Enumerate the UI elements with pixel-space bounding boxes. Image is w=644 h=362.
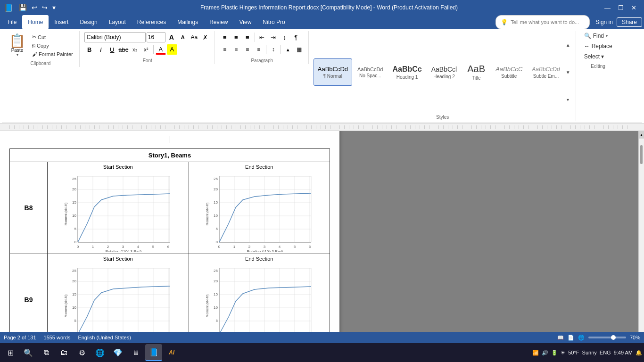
paste-icon: 📋 [9,34,25,48]
style-subtle-em[interactable]: AaBbCcDd Subtle Em... [528,58,564,86]
table-header-row: Story1, Beams [10,149,330,162]
change-case-button[interactable]: Aa [189,32,199,42]
highlight-button[interactable]: A [167,44,177,55]
increase-font-button[interactable]: A [166,32,177,42]
line-spacing-button[interactable]: ↕ [268,44,279,55]
title-bar: 📘 💾 ↩ ↪ ▾ Frames Plastic Hinges Informat… [0,0,644,15]
ruler [0,123,644,131]
superscript-button[interactable]: x² [141,44,151,55]
tell-me-input[interactable] [511,19,585,25]
sort-button[interactable]: ↕ [280,32,290,42]
menu-insert[interactable]: Insert [49,15,74,29]
styles-scroll-up[interactable]: ▲ [564,31,572,58]
style-subtitle[interactable]: AaBbCcC Subtitle [491,58,527,86]
find-button[interactable]: 🔍 Find ▾ [581,31,611,41]
svg-text:20: 20 [214,187,218,191]
font-size-input[interactable] [147,32,165,42]
read-mode-icon[interactable]: 📖 [557,335,564,341]
menu-review[interactable]: Review [204,15,233,29]
underline-button[interactable]: U [107,44,117,55]
replace-button[interactable]: ↔ Replace [581,41,616,51]
increase-indent-button[interactable]: ⇥ [268,32,279,42]
customize-qat-button[interactable]: ▾ [50,3,58,12]
select-button[interactable]: Select ▾ [581,52,608,61]
format-painter-button[interactable]: 🖌 Format Painter [30,50,75,58]
document-canvas[interactable]: Story1, Beams B8 Start Section [0,131,638,362]
search-button[interactable]: 🔍 [20,344,37,361]
gem-icon: 💎 [113,348,123,357]
italic-button[interactable]: I [96,44,106,55]
copy-button[interactable]: ⎘ Copy [30,42,75,49]
svg-text:Moment (kN-M): Moment (kN-M) [64,295,68,318]
font-color-button[interactable]: A [156,44,166,55]
ai-icon: Ai [169,349,174,356]
tell-me-bar[interactable]: 💡 [495,15,590,29]
menu-nitro-pro[interactable]: Nitro Pro [257,15,290,29]
svg-text:Moment (kN-M): Moment (kN-M) [64,203,68,226]
zoom-slider[interactable] [588,337,626,338]
menu-file[interactable]: File [2,15,22,29]
close-button[interactable]: ✕ [627,3,640,12]
decrease-font-button[interactable]: A [178,32,188,42]
sign-in-button[interactable]: Sign in [595,19,613,25]
justify-button[interactable]: ≡ [254,44,264,55]
word-button[interactable]: 📘 [145,344,162,361]
scroll-up-button[interactable]: ▲ [639,131,644,139]
file-explorer-button[interactable]: 🗂 [56,344,73,361]
numbering-button[interactable]: ≡ [231,32,241,42]
strikethrough-button[interactable]: abc [118,44,129,55]
task-view-button[interactable]: ⧉ [38,344,55,361]
style-heading1[interactable]: AaBbCc Heading 1 [388,58,426,86]
restore-button[interactable]: ❐ [614,3,627,12]
menu-layout[interactable]: Layout [103,15,132,29]
bold-button[interactable]: B [84,44,95,55]
style-title[interactable]: AaB Title [462,58,490,86]
zoom-thumb[interactable] [611,335,616,340]
share-button[interactable]: Share [617,17,642,27]
styles-scroll-down[interactable]: ▼ [564,58,572,86]
shading-button[interactable]: ▲ [283,44,293,55]
borders-button[interactable]: ▦ [294,44,305,55]
menu-mailings[interactable]: Mailings [172,15,204,29]
print-layout-icon[interactable]: 📄 [568,335,574,341]
style-normal[interactable]: AaBbCcDd ¶ Normal [314,58,352,86]
paste-button[interactable]: 📋 Paste ▾ [6,32,29,59]
align-right-button[interactable]: ≡ [242,44,253,55]
show-paragraph-button[interactable]: ¶ [291,32,301,42]
svg-rect-56 [78,268,170,334]
ai-button[interactable]: Ai [163,344,180,361]
web-view-icon[interactable]: 🌐 [578,335,585,341]
bullet-list-button[interactable]: ≡ [220,32,230,42]
svg-rect-0 [78,176,170,242]
menu-design[interactable]: Design [74,15,103,29]
align-left-button[interactable]: ≡ [220,44,230,55]
styles-more[interactable]: ▾ [564,86,572,113]
menu-references[interactable]: References [132,15,172,29]
start-button[interactable]: ⊞ [2,344,19,361]
settings-icon: ⚙ [79,348,85,357]
clear-format-button[interactable]: ✗ [200,32,211,42]
decrease-indent-button[interactable]: ⇤ [257,32,267,42]
settings-button[interactable]: ⚙ [74,344,91,361]
minimize-button[interactable]: — [601,3,614,12]
undo-button[interactable]: ↩ [30,3,39,12]
vertical-scrollbar[interactable]: ▲ ▼ [638,131,644,362]
save-button[interactable]: 💾 [17,3,29,12]
align-center-button[interactable]: ≡ [231,44,241,55]
browser-button[interactable]: 🌐 [91,344,108,361]
style-no-spacing[interactable]: AaBbCcDd No Spac... [353,58,387,86]
cut-button[interactable]: ✂ Cut [30,33,75,41]
subscript-button[interactable]: x₂ [130,44,140,55]
menu-view[interactable]: View [234,15,257,29]
redo-button[interactable]: ↪ [40,3,50,12]
styles-group-label: Styles [310,115,576,121]
svg-text:15: 15 [214,292,218,296]
style-heading2[interactable]: AaBbCcl Heading 2 [427,58,461,86]
gem-button[interactable]: 💎 [109,344,126,361]
menu-home[interactable]: Home [22,15,49,29]
scroll-thumb[interactable] [640,145,643,164]
computer-button[interactable]: 🖥 [127,344,144,361]
font-name-input[interactable] [84,32,146,42]
multilevel-button[interactable]: ≡ [242,32,253,42]
app-icon: 📘 [4,3,13,12]
